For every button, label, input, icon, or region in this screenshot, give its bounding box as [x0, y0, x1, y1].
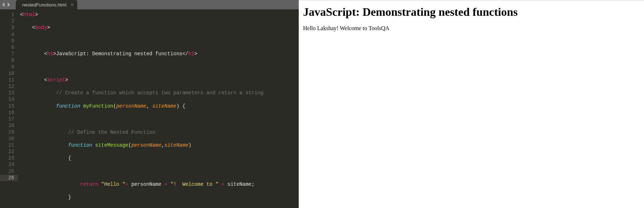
code-line: }: [20, 194, 299, 200]
line-number: 19: [0, 129, 14, 135]
code-line: [20, 64, 299, 70]
line-number: 13: [0, 90, 14, 96]
code-line: return "Hello "+ personName + "! Welcome…: [20, 181, 299, 188]
file-tab[interactable]: nestedFunctions.html ×: [16, 0, 77, 9]
code-line: // Define the Nested Function: [20, 129, 299, 136]
tab-bar: nestedFunctions.html ×: [0, 0, 299, 9]
code-line: // Create a function which accepts two p…: [20, 90, 299, 96]
page-body-text: Hello Lakshay! Welcome to ToolsQA: [303, 25, 640, 32]
code-line: function siteMessage(personName,siteName…: [20, 142, 299, 148]
line-number: 11: [0, 77, 14, 83]
line-number: 9: [0, 64, 14, 70]
line-number-gutter: 1234567891011121314151617181920212223242…: [0, 9, 18, 208]
code-line: <body>: [20, 24, 299, 31]
line-number: 24: [0, 161, 14, 168]
code-line: <script>: [20, 77, 299, 83]
line-number: 22: [0, 148, 14, 155]
line-number: 5: [0, 38, 14, 44]
code-line: function myFunction(personName, siteName…: [20, 103, 299, 109]
line-number: 2: [0, 18, 14, 24]
app-root: nestedFunctions.html × 12345678910111213…: [0, 0, 644, 208]
nav-forward-icon[interactable]: [6, 3, 11, 7]
line-number: 23: [0, 155, 14, 161]
line-number: 3: [0, 24, 14, 31]
page-title: JavaScript: Demonstrating nested functio…: [303, 5, 640, 19]
line-number: 20: [0, 136, 14, 142]
file-tab-label: nestedFunctions.html: [22, 2, 67, 8]
browser-output-pane: JavaScript: Demonstrating nested functio…: [299, 0, 644, 208]
code-line: [20, 38, 299, 44]
editor-pane: nestedFunctions.html × 12345678910111213…: [0, 0, 299, 208]
code-line: <html>: [20, 11, 299, 18]
line-number: 14: [0, 96, 14, 103]
file-nav-arrows: [0, 0, 14, 9]
code-body[interactable]: <html> <body> <h1>JavaScript: Demonstrat…: [18, 9, 299, 208]
code-line: [20, 116, 299, 122]
line-number: 12: [0, 83, 14, 90]
line-number: 6: [0, 44, 14, 51]
line-number: 7: [0, 51, 14, 57]
code-line: [20, 168, 299, 175]
line-number: 16: [0, 109, 14, 116]
code-area: 1234567891011121314151617181920212223242…: [0, 9, 299, 208]
line-number: 8: [0, 57, 14, 63]
line-number: 25: [0, 168, 14, 175]
code-line: {: [20, 155, 299, 161]
line-number: 18: [0, 122, 14, 129]
code-line: <h1>JavaScript: Demonstrating nested fun…: [20, 51, 299, 57]
line-number: 1: [0, 11, 14, 18]
line-number: 4: [0, 31, 14, 38]
line-number: 17: [0, 116, 14, 122]
close-icon[interactable]: ×: [70, 2, 73, 8]
nav-back-icon[interactable]: [1, 3, 6, 7]
line-number: 26: [0, 175, 18, 181]
line-number: 15: [0, 103, 14, 109]
line-number: 21: [0, 142, 14, 148]
line-number: 10: [0, 70, 14, 77]
